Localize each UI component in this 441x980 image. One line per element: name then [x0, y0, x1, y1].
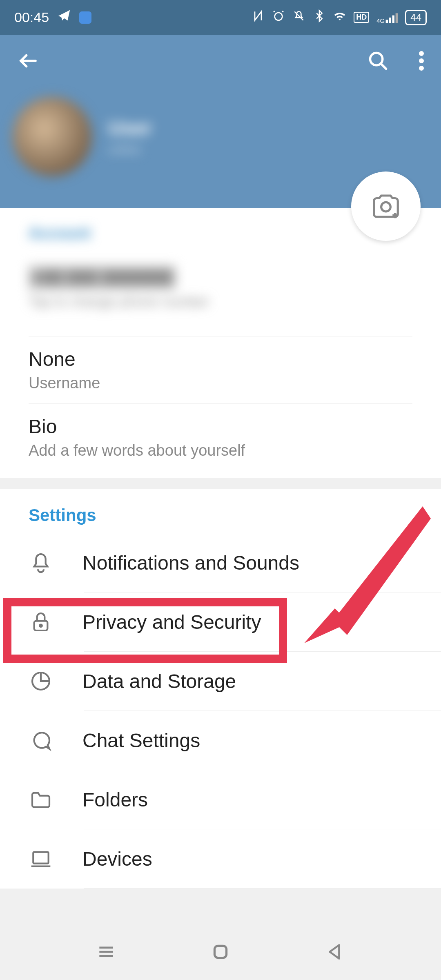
settings-heading: Settings — [0, 506, 441, 533]
nfc-icon — [252, 9, 265, 26]
notifications-sounds-row[interactable]: Notifications and Sounds — [0, 533, 441, 592]
settings-item-label: Notifications and Sounds — [82, 552, 299, 574]
phone-number: +00 000 0000000 — [29, 266, 176, 290]
svg-point-0 — [275, 13, 283, 20]
back-button[interactable] — [12, 45, 44, 78]
settings-item-label: Privacy and Security — [82, 611, 261, 633]
settings-item-label: Chat Settings — [82, 729, 200, 752]
section-divider — [0, 478, 441, 489]
pie-chart-icon — [29, 669, 53, 693]
settings-item-label: Devices — [82, 848, 152, 870]
privacy-security-row[interactable]: Privacy and Security — [0, 592, 441, 651]
svg-rect-3 — [392, 15, 394, 23]
svg-rect-19 — [214, 946, 226, 958]
change-photo-button[interactable] — [351, 172, 421, 241]
phone-row[interactable]: +00 000 0000000 Tap to change phone numb… — [29, 254, 412, 328]
phone-hint: Tap to change phone number — [29, 294, 412, 310]
bio-row[interactable]: Bio Add a few words about yourself — [29, 404, 412, 478]
status-bar: 00:45 HD 4G 44 — [0, 0, 441, 35]
app-indicator-icon — [79, 11, 91, 24]
username-row[interactable]: None Username — [29, 336, 412, 404]
system-nav-bar — [0, 925, 441, 980]
avatar[interactable] — [12, 97, 92, 176]
svg-point-6 — [419, 51, 424, 56]
hd-icon: HD — [354, 12, 369, 23]
search-button[interactable] — [363, 45, 394, 78]
username-label: Username — [29, 374, 412, 392]
svg-rect-1 — [386, 20, 388, 23]
signal-icon: 4G — [376, 11, 398, 24]
alarm-icon — [272, 9, 285, 26]
profile-name: User — [108, 117, 152, 139]
svg-rect-13 — [33, 852, 48, 864]
profile-status: online — [108, 143, 152, 156]
recents-button[interactable] — [96, 942, 116, 964]
profile-header: User online — [0, 35, 441, 208]
svg-point-7 — [419, 58, 424, 63]
bio-hint: Add a few words about yourself — [29, 442, 412, 459]
laptop-icon — [29, 846, 53, 871]
svg-rect-4 — [396, 13, 398, 23]
username-value: None — [29, 348, 412, 370]
bluetooth-icon — [313, 9, 326, 26]
settings-item-label: Data and Storage — [82, 670, 236, 693]
chat-settings-row[interactable]: Chat Settings — [0, 711, 441, 770]
folder-icon — [29, 787, 53, 812]
telegram-icon — [57, 9, 71, 26]
settings-item-label: Folders — [82, 788, 148, 811]
svg-rect-2 — [389, 18, 391, 23]
folders-row[interactable]: Folders — [0, 770, 441, 829]
bio-value: Bio — [29, 415, 412, 438]
battery-indicator: 44 — [405, 10, 427, 25]
svg-point-11 — [40, 625, 42, 627]
account-heading: Account — [29, 225, 412, 242]
svg-point-8 — [419, 66, 424, 71]
mute-icon — [292, 9, 305, 26]
devices-row[interactable]: Devices — [0, 829, 441, 888]
status-time: 00:45 — [14, 9, 49, 25]
home-button[interactable] — [210, 942, 231, 964]
more-options-button[interactable] — [414, 45, 429, 78]
back-nav-button[interactable] — [325, 942, 345, 964]
svg-point-9 — [381, 202, 391, 212]
lock-icon — [29, 610, 53, 634]
bell-icon — [29, 550, 53, 575]
chat-bubble-icon — [29, 728, 53, 753]
wifi-icon — [333, 9, 346, 26]
data-storage-row[interactable]: Data and Storage — [0, 652, 441, 710]
